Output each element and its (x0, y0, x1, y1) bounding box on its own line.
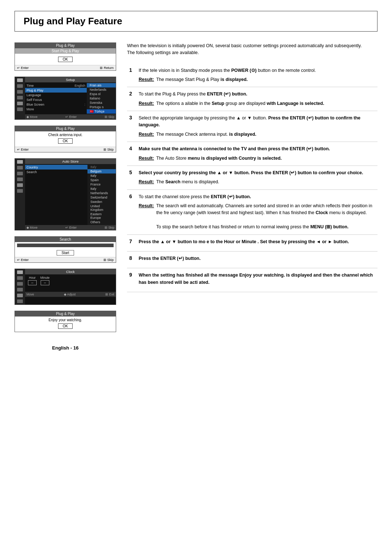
lang-espanol: Espa ol (87, 92, 116, 96)
screen-setup-menu: Setup Time English Plug & Play Language (15, 77, 116, 120)
step-row-7: 7 Press the ▲ or ▼ button to mo e to the… (127, 234, 377, 251)
tv4-footer-skip: ⊞ Skip (105, 226, 114, 229)
menu-row-self-focus: Self Focus (25, 97, 87, 102)
clock-hour-label: Hour (29, 276, 36, 279)
step-content-6: To start the channel store press the ENT… (137, 189, 377, 234)
step-instruction-5: Select your country by pressing the ▲ or… (139, 170, 376, 176)
screen3-footer-right: ⊞ Skip (103, 148, 114, 151)
tv6-footer-move: Move (26, 293, 34, 296)
step-result-row-3: Result: The message Check antenna input.… (139, 131, 376, 138)
step-instruction-1: If the tele vision is in Standby mode pr… (139, 67, 376, 74)
step-result-text-3: The message Check antenna input. is disp… (156, 131, 256, 138)
screen3-subtitle: Check antenna input. (18, 133, 113, 137)
clock-minute-val: -- (41, 280, 49, 285)
sidebar4-icon-2 (17, 166, 23, 170)
tv-footer-move: ◆ Move (26, 115, 37, 119)
sidebar6-icon-4 (17, 288, 23, 291)
sidebar4-icon-4 (17, 177, 23, 181)
page-title: Plug and Play Feature (15, 11, 377, 32)
step-result-label-4: Result: (139, 155, 154, 162)
step-content-7: Press the ▲ or ▼ button to mo e to the H… (137, 234, 377, 251)
screen7-ok: OK (58, 323, 73, 329)
step-instruction-6: To start the channel store press the ENT… (139, 193, 376, 200)
lang-nederlands: Nederlands (87, 87, 116, 92)
screen1-subtitle: Start Plug & Play (15, 48, 116, 54)
step-content-3: Select the appropriate language by press… (137, 111, 377, 142)
step-content-1: If the tele vision is in Standby mode pr… (137, 64, 377, 87)
step-row-5: 5 Select your country by pressing the ▲ … (127, 166, 377, 189)
clock-minute-label: Minute (40, 276, 50, 279)
tv-sidebar-6 (15, 269, 25, 305)
step-num-5: 5 (127, 166, 137, 189)
step-result-row-1: Result: The message Start Plug & Play is… (139, 76, 376, 83)
country-item: Italy (87, 165, 116, 169)
left-column: Plug & Play Start Plug & Play OK ↵ Enter… (15, 42, 116, 351)
lang-italiano: Italiano (87, 96, 116, 101)
step-result-text-1: The message Start Plug & Play is display… (156, 76, 248, 83)
step-result-row-5: Result: The Search menu is displayed. (139, 179, 376, 185)
country-uk: United Kingdom (87, 204, 116, 212)
step-instruction-7: Press the ▲ or ▼ button to mo e to the H… (139, 238, 376, 245)
country-spain: Spain (87, 178, 116, 182)
clock-hour: Hour -- (28, 276, 37, 285)
step-content-8: Press the ENTER (↵) button. (137, 251, 377, 268)
step-num-8: 8 (127, 251, 137, 268)
step-num-7: 7 (127, 234, 137, 251)
step-result-text-6: The search will end automatically. Chann… (156, 203, 376, 231)
clock-header: Clock (25, 269, 116, 274)
search-progress-bar (17, 244, 114, 247)
sidebar-icon-5 (17, 102, 23, 105)
tv-sidebar (15, 77, 25, 119)
country-eastern: Eastern Europe (87, 212, 116, 220)
screen-search: Search Start ↵ Enter ⊞ Skip (15, 236, 116, 263)
clock-row: Hour -- Minute -- (25, 274, 116, 287)
screen3-title: Plug & Play (15, 126, 116, 131)
step-num-3: 3 (127, 111, 137, 142)
step-result-text-2: The options a ailable in the Setup group… (156, 100, 324, 107)
menu-row-plug-play: Plug & Play (25, 88, 87, 93)
screen7-subtitle: Enjoy your watching. (18, 318, 113, 322)
sidebar6-icon-1 (17, 270, 23, 274)
menu-country: Country (25, 165, 87, 170)
step-num-1: 1 (127, 64, 137, 87)
sidebar6-icon-3 (17, 282, 23, 286)
step-row-2: 2 To start the Plug & Play press the ENT… (127, 87, 377, 111)
footer-label: English - 16 (15, 345, 116, 351)
step-result-label-3: Result: (139, 131, 154, 138)
screen7-title: Plug & Play (15, 311, 116, 316)
country-dropdown: Italy Belgum Italy Spain France Italy Ne… (87, 164, 116, 225)
tv-main-area: Setup Time English Plug & Play Language (25, 77, 116, 119)
step-result-row-4: Result: The Auto Store menu is displayed… (139, 155, 376, 162)
step-instruction-4: Make sure that the antenna is connected … (139, 146, 376, 152)
menu-row-more: More (25, 107, 87, 111)
step-result-text-4: The Auto Store menu is displayed with Co… (156, 155, 282, 162)
screen5-footer-left: ↵ Enter (17, 258, 29, 262)
step-row-4: 4 Make sure that the antenna is connecte… (127, 142, 377, 166)
screen5-title: Search (15, 237, 116, 242)
country-france: France (87, 182, 116, 187)
screen5-footer: ↵ Enter ⊞ Skip (15, 257, 116, 262)
sidebar4-icon-3 (17, 172, 23, 175)
menu-row-language: Language (25, 93, 87, 97)
sidebar4-icon-1 (17, 160, 23, 164)
step-result-row-6: Result: The search will end automaticall… (139, 203, 376, 231)
tv4-footer-move: ◆ Move (26, 226, 37, 229)
country-italy2: Italy (87, 187, 116, 191)
screen-clock: Clock Hour -- Minute -- Move ◆ Adjust ⊞ … (15, 269, 116, 305)
sidebar6-icon-2 (17, 276, 23, 280)
step-content-2: To start the Plug & Play press the ENTER… (137, 87, 377, 111)
country-belgium: Belgum (87, 169, 116, 173)
step-instruction-9: When the setting has finished all the me… (139, 272, 376, 286)
language-dropdown: Fran ais Nederlands Espa ol Italiano Sve… (87, 82, 116, 114)
lang-svenska: Svenska (87, 101, 116, 105)
sidebar-icon-4 (17, 96, 23, 99)
step-result-label-5: Result: (139, 179, 154, 185)
screen1-footer-right: ⊞ Return (100, 66, 114, 70)
intro-text: When the television is initially powered… (127, 42, 377, 56)
step-row-1: 1 If the tele vision is in Standby mode … (127, 64, 377, 87)
tv-footer-4: ◆ Move ↵ Enter ⊞ Skip (25, 225, 116, 230)
screen5-footer-right: ⊞ Skip (103, 258, 114, 262)
step-num-2: 2 (127, 87, 137, 111)
tv-main-auto-store: Auto Store Country Search Italy Belgum I… (25, 159, 116, 230)
lang-portugues: Portugu s (87, 105, 116, 109)
